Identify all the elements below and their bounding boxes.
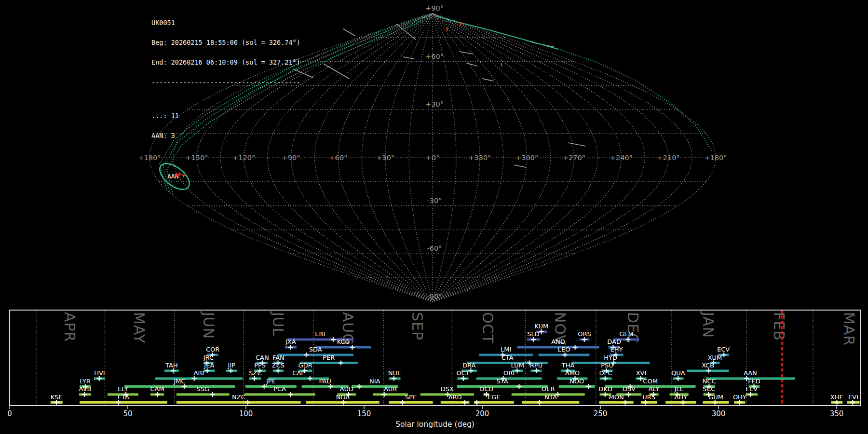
shower-code-label: AUR — [384, 385, 397, 393]
longitude-label: +240° — [610, 154, 633, 162]
x-tick-label: 150 — [357, 409, 371, 418]
shower-code-label: ECV — [717, 346, 730, 353]
shower-code-label: AND — [551, 338, 565, 345]
shower-code-label: DAD — [607, 338, 621, 345]
begin-time-line: Beg: 20260215 18:55:06 (sol = 326.74°) — [151, 40, 300, 46]
shower-code-label: THA — [561, 362, 575, 369]
shower-code-label: NIA — [369, 378, 380, 385]
shower-code-label: CAP — [292, 369, 305, 377]
shower-HVI: HVI — [94, 369, 105, 381]
shower-code-label: EHY — [610, 346, 623, 353]
shower-code-label: DPC — [599, 369, 612, 377]
shower-code-label: ELY — [118, 385, 128, 393]
shower-activity-bar — [278, 354, 353, 356]
shower-code-label: AAN — [744, 369, 757, 377]
x-axis-title: Solar longitude (deg) — [395, 420, 475, 429]
timeline-panel: APRMAYJUNJULAUGSEPOCTNOVDECJANFEBMAR — [10, 310, 860, 406]
shower-code-label: PSU — [601, 362, 613, 369]
shower-code-label: OCT — [456, 369, 469, 377]
longitude-label: +30° — [376, 154, 394, 162]
shower-code-label: HYD — [604, 354, 617, 361]
shower-code-label: QUA — [671, 369, 685, 377]
shower-code-label: XCB — [702, 362, 714, 369]
shower-URS: URS — [641, 393, 657, 405]
shower-code-label: HVI — [94, 369, 105, 377]
longitude-label: +0° — [426, 154, 440, 162]
shower-code-label: PER — [323, 354, 335, 361]
timeline-x-axis: 050100150200250300350Solar longitude (de… — [7, 406, 843, 429]
shower-code-label: NUE — [388, 369, 401, 377]
shower-XCB: XCB — [687, 362, 729, 373]
x-tick-label: 350 — [830, 409, 844, 418]
aan-track-solid — [435, 16, 558, 49]
longitude-label: +270° — [563, 154, 585, 162]
shower-XHE: XHE — [830, 393, 843, 405]
shower-code-label: STA — [497, 378, 508, 385]
shower-code-label: SZC — [249, 369, 261, 377]
shower-code-label: TAH — [165, 362, 178, 369]
shower-SZC: SZC — [249, 369, 261, 381]
meteor-trail — [460, 52, 473, 54]
shower-code-label: PAU — [319, 378, 331, 385]
x-tick-label: 0 — [7, 409, 12, 418]
shower-OCT: OCT — [456, 369, 469, 381]
shower-code-label: FAN — [272, 354, 285, 361]
shower-code-label: ARI — [194, 369, 204, 377]
shower-code-label: SLD — [527, 330, 540, 338]
shower-JEA: JEA — [203, 362, 215, 373]
shower-code-label: CTA — [502, 354, 514, 361]
month-label: SEP — [409, 312, 426, 340]
shower-code-label: ZCS — [272, 362, 285, 369]
shower-code-label: PPS — [254, 362, 266, 369]
shower-NUE: NUE — [388, 369, 401, 381]
shower-code-label: SDA — [309, 346, 322, 353]
month-label: OCT — [479, 312, 496, 344]
longitude-label: +180° — [138, 154, 161, 162]
longitude-label: +180° — [704, 154, 727, 162]
shower-activity-bar — [474, 401, 514, 404]
shower-code-label: ARD — [448, 393, 462, 401]
shower-code-label: NTA — [544, 393, 557, 401]
shower-code-label: ORS — [578, 330, 591, 338]
sky-map-and-timeline-plot: +180°+150°+120°+90°+60°+30°+0°+330°+300°… — [0, 0, 868, 434]
shower-code-label: OHY — [733, 393, 746, 401]
shower-DPC: DPC — [599, 369, 612, 381]
shower-code-label: EVI — [848, 393, 858, 401]
shower-code-label: JXA — [285, 338, 296, 345]
month-label: APR — [61, 312, 78, 342]
shower-AVB: AVB — [79, 385, 92, 397]
latitude-label: +90° — [425, 4, 444, 12]
end-time-line: End: 20260216 06:10:09 (sol = 327.21°) — [151, 59, 300, 66]
shower-EGE: EGE — [474, 393, 514, 405]
shower-QUA: QUA — [671, 369, 685, 381]
aan-track-dotted — [558, 49, 712, 152]
shower-SLD: SLD — [527, 330, 540, 342]
shower-timeline-bars: KUMERISLDORSGEMJXAKCGANDDADCORSDALMILEOE… — [51, 323, 860, 405]
month-label: FEB — [771, 312, 787, 341]
longitude-label: +90° — [282, 154, 300, 162]
shower-code-label: KSE — [51, 393, 63, 401]
latitude-label: -60° — [427, 244, 442, 252]
shower-activity-bar — [522, 401, 580, 404]
shower-code-label: LMI — [501, 346, 511, 353]
meteor-trail — [482, 79, 493, 81]
shower-code-label: NCC — [703, 378, 716, 385]
meteor-trail — [467, 63, 477, 66]
shower-code-label: EGE — [488, 393, 501, 401]
shower-code-label: SPE — [405, 393, 417, 401]
shower-ZCS: ZCS — [272, 362, 285, 373]
shower-activity-bar — [245, 385, 297, 388]
shower-code-label: OER — [542, 385, 555, 393]
shower-code-label: GEM — [619, 330, 634, 338]
shower-activity-bar — [316, 346, 371, 349]
shower-code-label: AHY — [675, 393, 688, 401]
shower-code-label: JPE — [266, 378, 276, 385]
shower-ORS: ORS — [578, 330, 591, 342]
shower-TAH: TAH — [164, 362, 179, 373]
shower-OHY: OHY — [733, 393, 746, 405]
shower-code-label: GUM — [708, 393, 723, 401]
shower-code-label: CAN — [256, 354, 269, 361]
shower-code-label: LYR — [80, 378, 91, 385]
shower-code-label: COM — [643, 378, 658, 385]
x-tick-label: 100 — [239, 409, 253, 418]
